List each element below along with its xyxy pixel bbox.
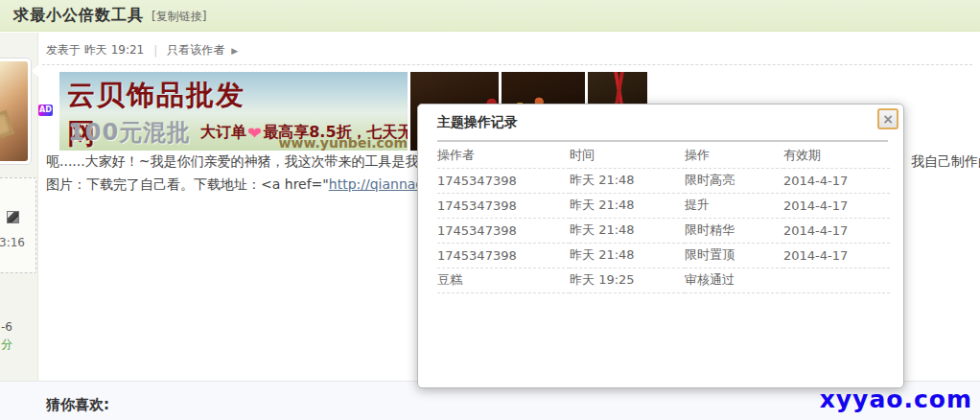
only-author-link[interactable]: 只看该作者 xyxy=(167,42,224,58)
table-row: 1745347398 昨天 21:48 限时精华 2014-4-17 xyxy=(437,218,890,243)
cell-operator: 1745347398 xyxy=(437,243,570,268)
ad-banner[interactable]: 云贝饰品批发网 www.yunbei.com 100元混批 大订单 ❤ 最高享8… xyxy=(59,72,408,151)
cell-operator: 1745347398 xyxy=(437,168,570,193)
ad-promo-post-text: 最高享8.5折，七天无条件退换 xyxy=(263,123,408,143)
post-meta-divider xyxy=(42,64,972,65)
user-stat-unit-fragment: 分 xyxy=(1,337,12,353)
header-time: 时间 xyxy=(570,143,685,168)
ad-promo-row: 100元混批 大订单 ❤ 最高享8.5折，七天无条件退换 xyxy=(68,117,408,148)
cell-operator: 1745347398 xyxy=(437,218,570,243)
cell-action: 限时精华 xyxy=(685,218,783,243)
header-action: 操作 xyxy=(685,143,783,168)
post-body-line1-right-fragment: 我自己制作的 xyxy=(911,153,980,171)
guess-you-like-heading: 猜你喜欢: xyxy=(46,396,109,414)
cell-action: 限时高亮 xyxy=(685,168,783,193)
cell-validity: 2014-4-17 xyxy=(783,193,890,218)
ad-badge: AD xyxy=(38,105,53,116)
header-validity: 有效期 xyxy=(783,143,890,168)
thread-title-bar: 】 求最小公倍数工具 [复制链接] xyxy=(0,0,980,32)
signature-image-icon xyxy=(7,211,19,223)
meta-separator: | xyxy=(153,44,157,58)
modal-header-rule xyxy=(437,140,888,142)
cell-action: 限时置顶 xyxy=(685,243,783,268)
close-icon[interactable]: × xyxy=(877,108,898,129)
meta-arrow-icon: ▶ xyxy=(231,46,238,56)
cell-time: 昨天 21:48 xyxy=(570,193,685,218)
cell-action: 审核通过 xyxy=(685,268,783,292)
modal-title: 主题操作记录 xyxy=(437,114,518,131)
operation-table: 操作者 时间 操作 有效期 1745347398 昨天 21:48 限时高亮 2… xyxy=(437,143,890,293)
author-sidebar: 3:16 -6 分 xyxy=(0,33,38,381)
table-row: 1745347398 昨天 21:48 限时置顶 2014-4-17 xyxy=(437,243,890,268)
user-stat-fragment: -6 xyxy=(1,320,12,334)
operation-log-modal: 主题操作记录 × 操作者 时间 操作 有效期 1745347398 昨天 21:… xyxy=(417,104,904,388)
post-body-line2-prefix: 图片：下载完了自己看。下载地址：<a href=" xyxy=(46,176,329,192)
table-row: 1745347398 昨天 21:48 提升 2014-4-17 xyxy=(437,193,890,218)
cell-validity: 2014-4-17 xyxy=(783,168,890,193)
post-time-label: 发表于 昨天 19:21 xyxy=(46,42,144,58)
forum-thread-page: 】 求最小公倍数工具 [复制链接] 3:16 -6 分 发表于 昨天 19:21… xyxy=(0,0,980,420)
avatar-sign-shape xyxy=(0,110,14,150)
avatar-photo xyxy=(0,61,28,161)
watermark-text: xyyao.com xyxy=(820,385,972,413)
cell-action: 提升 xyxy=(685,193,783,218)
signature-box: 3:16 xyxy=(0,177,36,273)
ad-promo-big-text: 100元混批 xyxy=(68,117,191,148)
post-meta: 发表于 昨天 19:21 | 只看该作者 ▶ xyxy=(46,42,238,58)
cell-validity: 2014-4-17 xyxy=(783,243,890,268)
copy-link-button[interactable]: [复制链接] xyxy=(152,9,206,25)
operation-table-body: 1745347398 昨天 21:48 限时高亮 2014-4-17 17453… xyxy=(437,168,890,292)
signature-time-fragment: 3:16 xyxy=(0,236,25,249)
cell-operator: 1745347398 xyxy=(437,193,570,218)
cell-time: 昨天 19:25 xyxy=(570,268,685,292)
ad-promo-pre-text: 大订单 xyxy=(200,123,246,143)
cell-validity xyxy=(783,268,890,292)
heart-icon: ❤ xyxy=(247,123,262,143)
post-bubble-arrow xyxy=(32,63,40,79)
cell-time: 昨天 21:48 xyxy=(570,168,685,193)
cell-operator: 豆糕 xyxy=(437,268,570,292)
table-row: 1745347398 昨天 21:48 限时高亮 2014-4-17 xyxy=(437,168,890,193)
author-avatar[interactable] xyxy=(0,58,32,165)
cell-validity: 2014-4-17 xyxy=(783,218,890,243)
table-header-row: 操作者 时间 操作 有效期 xyxy=(437,143,890,168)
thread-title: 求最小公倍数工具 xyxy=(13,6,144,26)
table-row: 豆糕 昨天 19:25 审核通过 xyxy=(437,268,890,292)
cell-time: 昨天 21:48 xyxy=(570,218,685,243)
header-operator: 操作者 xyxy=(437,143,570,168)
title-bracket-fragment: 】 xyxy=(0,5,8,27)
cell-time: 昨天 21:48 xyxy=(570,243,685,268)
